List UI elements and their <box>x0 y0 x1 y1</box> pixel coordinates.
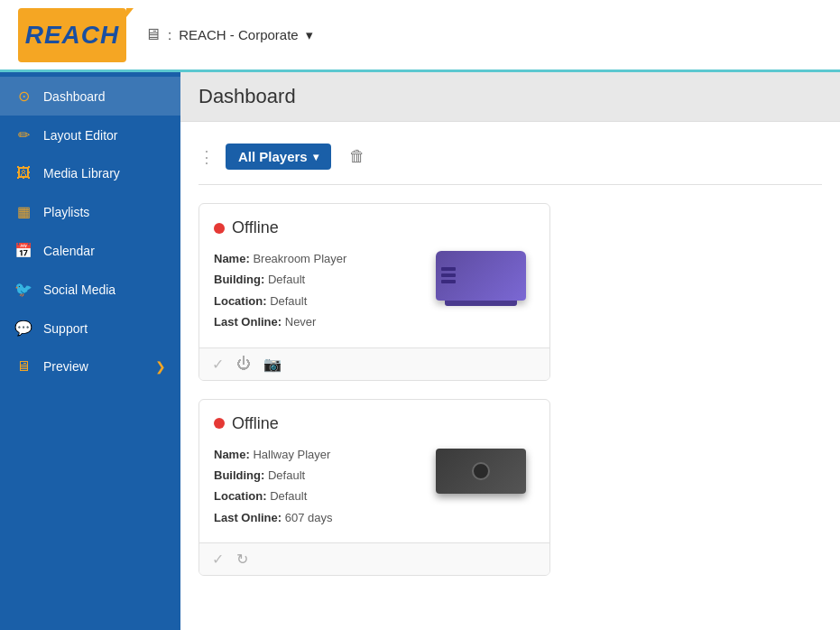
player-2-location-row: Location: Default <box>214 486 412 506</box>
player-2-info: Name: Hallway Player Building: Default L… <box>214 444 412 529</box>
player-1-port-1 <box>441 267 456 271</box>
page-header: Dashboard <box>180 72 840 122</box>
player-2-lastonline-row: Last Online: 607 days <box>214 507 412 528</box>
player-1-building-row: Building: Default <box>214 269 412 290</box>
filter-chevron-icon: ▾ <box>313 151 318 163</box>
social-media-icon: 🐦 <box>14 281 32 298</box>
player-2-card-footer: ✓ ↻ <box>199 542 549 575</box>
org-chevron-icon: ▾ <box>306 27 313 43</box>
calendar-icon: 📅 <box>14 242 32 259</box>
player-card-1: Offline Name: Breakroom Player Building:… <box>198 203 550 381</box>
player-2-building-value: Default <box>268 468 305 482</box>
player-1-lastonline-row: Last Online: Never <box>214 311 412 332</box>
player-1-power-icon[interactable]: ⏻ <box>236 356 251 372</box>
player-1-location-label: Location: <box>214 294 267 308</box>
monitor-icon: 🖥 <box>144 25 161 44</box>
player-1-port-3 <box>441 280 456 283</box>
player-1-status-dot <box>214 223 225 234</box>
player-2-name-label: Name: <box>214 448 250 461</box>
player-2-status-dot <box>214 418 225 429</box>
sidebar-label-dashboard: Dashboard <box>43 89 106 104</box>
main-layout: ⊙ Dashboard ✏ Layout Editor 🖼 Media Libr… <box>0 72 840 630</box>
all-players-dropdown[interactable]: All Players ▾ <box>226 144 331 170</box>
sidebar-label-playlists: Playlists <box>43 205 89 219</box>
dashboard-body: ⋮ All Players ▾ 🗑 Offline <box>180 122 840 630</box>
player-1-location-value: Default <box>270 294 307 308</box>
playlists-icon: ▦ <box>14 203 32 220</box>
support-icon: 💬 <box>14 320 32 337</box>
player-1-status-text: Offline <box>232 218 279 237</box>
dashboard-icon: ⊙ <box>14 88 32 105</box>
sidebar-item-calendar[interactable]: 📅 Calendar <box>0 231 180 270</box>
layout-editor-icon: ✏ <box>14 126 32 144</box>
sidebar-item-media-library[interactable]: 🖼 Media Library <box>0 154 180 192</box>
player-2-check-icon[interactable]: ✓ <box>212 551 224 568</box>
player-2-lastonline-value: 607 days <box>285 511 333 524</box>
player-1-lastonline-label: Last Online: <box>214 315 282 329</box>
player-1-building-label: Building: <box>214 273 264 286</box>
player-1-location-row: Location: Default <box>214 291 412 311</box>
player-2-image-area <box>427 414 535 529</box>
sidebar: ⊙ Dashboard ✏ Layout Editor 🖼 Media Libr… <box>0 72 180 630</box>
sidebar-item-playlists[interactable]: ▦ Playlists <box>0 192 180 231</box>
logo: REACH <box>18 8 126 62</box>
player-1-image-area <box>427 218 535 333</box>
delete-filter-button[interactable]: 🗑 <box>342 144 373 170</box>
player-1-name-label: Name: <box>214 252 250 265</box>
player-1-building-value: Default <box>268 273 305 286</box>
sidebar-item-social-media[interactable]: 🐦 Social Media <box>0 270 180 309</box>
player-1-card-footer: ✓ ⏻ 📷 <box>199 347 549 380</box>
sidebar-label-preview: Preview <box>43 359 88 374</box>
player-2-lastonline-label: Last Online: <box>214 511 282 524</box>
player-1-status-row: Offline <box>214 218 412 237</box>
sidebar-label-layout-editor: Layout Editor <box>43 128 118 143</box>
player-1-check-icon[interactable]: ✓ <box>212 356 224 373</box>
player-2-status-row: Offline <box>214 414 412 433</box>
filter-bar: ⋮ All Players ▾ 🗑 <box>198 136 822 185</box>
player-1-camera-icon[interactable]: 📷 <box>263 356 282 373</box>
media-library-icon: 🖼 <box>14 165 32 181</box>
sidebar-item-support[interactable]: 💬 Support <box>0 309 180 347</box>
player-1-status-section: Offline Name: Breakroom Player Building:… <box>214 218 412 333</box>
org-selector[interactable]: 🖥 : REACH - Corporate ▾ <box>144 25 313 44</box>
player-2-device-image <box>436 449 526 494</box>
player-2-building-row: Building: Default <box>214 465 412 486</box>
player-card-2: Offline Name: Hallway Player Building: D… <box>198 399 550 577</box>
player-2-name-row: Name: Hallway Player <box>214 444 412 465</box>
preview-arrow-icon: ❯ <box>155 359 166 374</box>
player-1-name-row: Name: Breakroom Player <box>214 248 412 269</box>
player-2-building-label: Building: <box>214 468 264 482</box>
org-name: REACH - Corporate <box>179 27 299 42</box>
player-2-status-section: Offline Name: Hallway Player Building: D… <box>214 414 412 529</box>
player-1-lastonline-value: Never <box>285 315 317 329</box>
player-2-status-text: Offline <box>232 414 279 433</box>
player-1-port-2 <box>441 273 456 277</box>
sidebar-item-preview[interactable]: 🖥 Preview ❯ <box>0 347 180 385</box>
player-2-refresh-icon[interactable]: ↻ <box>236 551 248 568</box>
players-grid: Offline Name: Breakroom Player Building:… <box>198 203 822 576</box>
drag-handle-icon[interactable]: ⋮ <box>198 147 215 167</box>
preview-icon: 🖥 <box>14 358 32 375</box>
player-1-port-strip <box>441 267 456 283</box>
sidebar-label-calendar: Calendar <box>43 244 95 258</box>
player-1-info: Name: Breakroom Player Building: Default… <box>214 248 412 333</box>
sidebar-item-dashboard[interactable]: ⊙ Dashboard <box>0 77 180 116</box>
player-card-2-body: Offline Name: Hallway Player Building: D… <box>199 400 549 543</box>
org-separator: : <box>168 27 171 42</box>
sidebar-label-support: Support <box>43 321 88 336</box>
sidebar-item-layout-editor[interactable]: ✏ Layout Editor <box>0 116 180 154</box>
player-card-1-body: Offline Name: Breakroom Player Building:… <box>199 204 549 347</box>
page-title: Dashboard <box>198 85 822 108</box>
filter-label: All Players <box>238 149 308 164</box>
player-1-name-value: Breakroom Player <box>253 252 346 265</box>
top-bar: REACH 🖥 : REACH - Corporate ▾ <box>0 0 840 72</box>
sidebar-label-media-library: Media Library <box>43 166 120 181</box>
content-area: Dashboard ⋮ All Players ▾ 🗑 <box>180 72 840 630</box>
logo-flag <box>126 8 134 17</box>
logo-text: REACH <box>25 21 120 50</box>
sidebar-label-social-media: Social Media <box>43 283 115 297</box>
player-2-location-value: Default <box>270 489 307 503</box>
player-2-name-value: Hallway Player <box>253 448 330 461</box>
player-2-location-label: Location: <box>214 489 267 503</box>
player-1-device-image <box>436 251 526 301</box>
